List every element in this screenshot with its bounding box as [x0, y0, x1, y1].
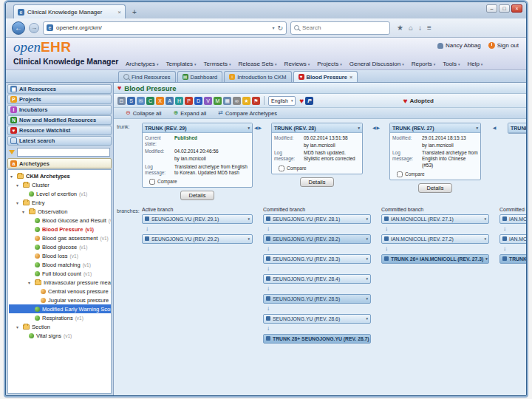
trunk-card-header[interactable]: TRUNK (REV. 26) — [508, 123, 526, 133]
sign-out-link[interactable]: Sign out — [488, 42, 519, 49]
tab-blood-pressure[interactable]: ♥ Blood Pressure × — [293, 71, 358, 82]
menu-reviews[interactable]: Reviews — [284, 61, 310, 67]
menu-help[interactable]: Help — [467, 61, 482, 67]
tree-item[interactable]: Central venous pressure (v1) — [9, 287, 111, 296]
branch-revision-button[interactable]: TRUNK 26+ IAN.MCNICOLL (REV. 27.3) — [381, 254, 489, 264]
chevron-down-icon[interactable] — [366, 276, 368, 281]
twisty-icon[interactable] — [28, 280, 33, 285]
menu-termsets[interactable]: Termsets — [204, 61, 231, 67]
adl-icon[interactable]: A — [166, 97, 174, 105]
menu-tools[interactable]: Tools — [443, 61, 460, 67]
language-select[interactable]: English — [268, 96, 296, 106]
tab-close-icon[interactable]: × — [349, 75, 352, 80]
tree-item[interactable]: Vital signs (v1) — [9, 331, 111, 340]
tree-item[interactable]: Modified Early Warning Score (v1) — [9, 304, 111, 313]
link-icon[interactable]: ∞ — [233, 97, 241, 105]
chevron-down-icon[interactable] — [248, 236, 250, 241]
chevron-down-icon[interactable] — [358, 126, 360, 130]
tree-item[interactable]: Blood loss (v1) — [9, 251, 111, 260]
branch-revision-button[interactable]: IAN.MCNICOLL (REV. 26.1) — [499, 214, 526, 224]
bookmark-star-icon[interactable]: ★ — [397, 24, 403, 32]
citation-icon[interactable]: C — [146, 97, 154, 105]
tree-item[interactable]: Observation — [9, 207, 111, 216]
chevron-down-icon[interactable] — [366, 296, 368, 301]
branch-revision-button[interactable]: SEUNGJONG.YU (REV. 29.1) — [142, 214, 253, 224]
mindmap-icon[interactable]: M — [214, 97, 222, 105]
tree-item[interactable]: Cluster — [9, 180, 111, 189]
tree-item[interactable]: Blood glucose (v1) — [9, 242, 111, 251]
branch-revision-button[interactable]: SEUNGJONG.YU (REV. 28.2) — [263, 234, 371, 244]
expand-all-button[interactable]: ⊕ Expand all — [173, 110, 206, 117]
chevron-down-icon[interactable] — [248, 216, 250, 221]
tab-dashboard[interactable]: ▤ Dashboard — [177, 71, 223, 82]
trunk-card-header[interactable]: TRUNK (REV. 27) — [390, 123, 480, 133]
close-button[interactable]: × — [511, 4, 522, 13]
tree-item[interactable]: Entry — [9, 198, 111, 207]
branch-revision-button[interactable]: SEUNGJONG.YU (REV. 28.6) — [263, 314, 371, 324]
twisty-icon[interactable] — [16, 324, 21, 330]
arrow-right-icon[interactable] — [259, 125, 262, 130]
slideshow-icon[interactable]: V — [204, 97, 212, 105]
trunk-card-header[interactable]: TRUNK (REV. 28) — [272, 123, 362, 133]
xml-export-icon[interactable]: X — [156, 97, 164, 105]
branch-revision-button[interactable]: IAN.MCNICOLL (REV. 27.1) — [381, 214, 489, 224]
menu-templates[interactable]: Templates — [166, 61, 197, 67]
compare-checkbox[interactable] — [149, 179, 155, 185]
tree-item[interactable]: Intravascular pressure measure... — [9, 278, 111, 287]
arrow-right-icon[interactable] — [377, 125, 381, 130]
twisty-icon[interactable] — [10, 174, 15, 179]
maximize-button[interactable]: □ — [499, 4, 510, 13]
menu-projects[interactable]: Projects — [317, 61, 341, 67]
filter-funnel-icon[interactable] — [9, 150, 15, 154]
details-button[interactable]: Details — [418, 183, 452, 193]
sidebar-section-new-modified[interactable]: N New and Modified Resources — [7, 115, 112, 125]
twisty-icon[interactable] — [16, 200, 21, 205]
tab-introduction-to-ckm[interactable]: i Introduction to CKM — [224, 71, 291, 82]
branch-revision-button[interactable]: IAN.MCNICOLL (REV. 27.2) — [381, 234, 489, 244]
twisty-icon[interactable] — [16, 183, 21, 188]
new-tab-button[interactable]: + — [128, 7, 141, 18]
branch-revision-button[interactable]: SEUNGJONG.YU (REV. 28.1) — [263, 214, 371, 224]
branch-revision-button[interactable]: TRUNK 28+ SEUNGJONG.YU (REV. 28.7) — [263, 334, 371, 344]
menu-archetypes[interactable]: Archetypes — [126, 61, 159, 67]
sidebar-section-all-resources[interactable]: ▦ All Resources — [7, 84, 112, 94]
tree-item[interactable]: Blood gas assessment (v1) — [9, 233, 111, 242]
tree-item[interactable]: Level of exertion (v1) — [9, 189, 111, 198]
favourite-heart-icon[interactable]: ♥ — [299, 97, 304, 105]
tree-item[interactable]: Full blood count (v1) — [9, 269, 111, 278]
minimize-button[interactable]: – — [486, 4, 497, 13]
tab-find-resources[interactable]: Find Resources — [118, 71, 176, 82]
compare-checkbox[interactable] — [279, 166, 284, 171]
tree-item[interactable]: Blood Pressure (v1) — [9, 225, 111, 233]
chevron-down-icon[interactable] — [366, 316, 368, 321]
sidebar-section-latest-search[interactable]: Latest search — [7, 136, 112, 146]
tree-item[interactable]: Section — [9, 322, 111, 331]
branch-revision-button[interactable]: IAN.MCNICOLL (REV. 26.2) — [499, 234, 526, 244]
chevron-down-icon[interactable] — [248, 126, 250, 130]
chevron-down-icon[interactable] — [366, 216, 368, 221]
sidebar-section-incubators[interactable]: I Incubators — [7, 105, 112, 115]
menu-general-discussion[interactable]: General Discussion — [349, 61, 404, 67]
compare-arrows[interactable] — [489, 123, 499, 130]
trunk-card-header[interactable]: TRUNK (REV. 29) — [143, 123, 252, 133]
chevron-down-icon[interactable] — [484, 236, 486, 241]
watch-icon[interactable]: ★ — [242, 97, 250, 105]
collapse-all-button[interactable]: ⊖ Collapse all — [126, 110, 161, 117]
branch-revision-button[interactable]: SEUNGJONG.YU (REV. 28.5) — [263, 294, 371, 304]
arrow-left-icon[interactable] — [372, 125, 376, 130]
tree-item[interactable]: Respirations (v1) — [9, 313, 111, 322]
chevron-down-icon[interactable] — [484, 216, 486, 221]
chevron-down-icon[interactable] — [366, 256, 368, 261]
compare-arrows[interactable] — [371, 123, 381, 130]
compare-archetypes-button[interactable]: ⇄ Compare Archetypes — [218, 110, 277, 117]
arrow-left-icon[interactable] — [493, 125, 497, 130]
sidebar-search-input[interactable] — [17, 148, 110, 157]
save-icon[interactable]: S — [127, 97, 135, 105]
downloads-icon[interactable]: ↓ — [418, 24, 422, 32]
flag-icon[interactable]: ⚑ — [252, 97, 260, 105]
tree-item[interactable]: CKM Archetypes — [9, 171, 111, 180]
branch-revision-button[interactable]: SEUNGJONG.YU (REV. 29.2) — [142, 234, 253, 244]
menu-release-sets[interactable]: Release Sets — [239, 61, 277, 67]
printer-icon[interactable]: ⊟ — [117, 97, 126, 105]
chevron-down-icon[interactable] — [485, 256, 488, 261]
